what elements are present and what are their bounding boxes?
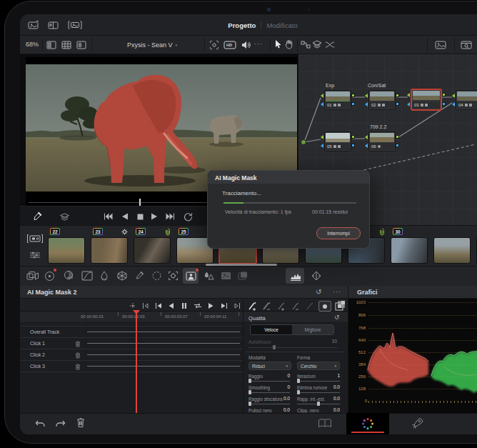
slider-elimina-rumore[interactable]	[297, 392, 340, 393]
key-icon[interactable]	[220, 270, 233, 282]
cut-page-icon[interactable]	[317, 417, 333, 429]
node-05[interactable]: 05	[324, 131, 351, 151]
curves-icon[interactable]	[81, 270, 94, 282]
color-page-active-tab[interactable]	[346, 413, 389, 434]
track-name[interactable]: Click 2	[30, 352, 45, 357]
scopes-histogram-icon[interactable]	[289, 271, 302, 282]
node-04[interactable]: 04	[456, 90, 477, 110]
autotouch-slider[interactable]	[248, 347, 337, 348]
next-keyframe-icon[interactable]	[233, 302, 241, 309]
stop-icon[interactable]	[136, 212, 144, 221]
slider-rapporto-int-est[interactable]	[297, 404, 340, 404]
lightbox-icon[interactable]	[67, 20, 83, 30]
mask-playhead-line[interactable]	[136, 312, 137, 413]
eraser-tool-icon[interactable]	[304, 300, 315, 311]
slider-raggio[interactable]	[248, 381, 290, 382]
stroke-add-tool-icon-active[interactable]	[247, 300, 258, 311]
inspector-search-icon[interactable]	[460, 40, 473, 50]
play-reverse-icon[interactable]	[121, 212, 129, 221]
clips-filmstrip-icon[interactable]	[26, 233, 44, 244]
pointer-cursor-icon[interactable]	[273, 39, 283, 50]
color-wheels-icon[interactable]	[43, 270, 56, 282]
track-bar[interactable]	[87, 366, 240, 367]
gallery-stills-icon[interactable]	[434, 40, 447, 50]
refine-subtract-tool-icon[interactable]	[290, 300, 301, 311]
loop-icon[interactable]	[183, 211, 194, 221]
quick-export-rocket-icon[interactable]	[411, 417, 424, 430]
refine-add-tool-icon[interactable]	[276, 300, 286, 311]
grab-still-icon[interactable]	[27, 20, 40, 30]
node-link-icon[interactable]	[300, 40, 311, 49]
go-last-frame-icon[interactable]	[220, 302, 228, 309]
trash-icon[interactable]	[76, 417, 86, 429]
track-bar[interactable]	[87, 332, 240, 332]
node-06[interactable]: 06	[368, 131, 396, 151]
loop-playback-icon[interactable]	[193, 302, 202, 309]
viewer-scrub-playhead[interactable]	[139, 199, 141, 206]
clip-title-dropdown[interactable]: Pxysis - Sean V ▾	[106, 40, 199, 50]
slider-iterazioni[interactable]	[297, 381, 340, 382]
layout-single-icon[interactable]	[46, 40, 57, 50]
timeline-clip[interactable]: 30	[391, 225, 427, 266]
play-icon[interactable]	[150, 212, 159, 221]
reset-icon[interactable]: ↺	[316, 288, 321, 296]
skip-end-icon[interactable]	[165, 212, 175, 221]
power-window-icon[interactable]	[151, 270, 163, 282]
slider-raggio-sfocatura[interactable]	[248, 404, 290, 404]
layout-grid-icon[interactable]	[61, 40, 72, 50]
quality-fast-button[interactable]: Veloce	[251, 325, 292, 334]
tracker-icon[interactable]	[167, 270, 179, 282]
step-back-icon[interactable]	[167, 302, 175, 309]
mode-dropdown[interactable]: Riduci▾	[248, 362, 291, 370]
qualifier-droplet-icon[interactable]	[99, 270, 110, 282]
shape-dropdown[interactable]: Cerchio▾	[297, 362, 340, 370]
mixer-crossing-icon[interactable]	[324, 40, 336, 49]
slider-smoothing[interactable]	[248, 392, 290, 393]
audio-speaker-icon[interactable]	[240, 39, 251, 51]
node-02[interactable]: 02	[368, 90, 396, 110]
mask-overlay-toggle[interactable]	[318, 301, 331, 312]
undo-icon[interactable]	[34, 418, 46, 429]
track-bar[interactable]	[87, 354, 240, 355]
track-bar[interactable]	[87, 343, 240, 344]
pause-icon[interactable]	[180, 302, 188, 309]
panel-options-icon[interactable]: ···	[333, 288, 341, 295]
qualifier-eyedropper-icon[interactable]	[134, 269, 145, 282]
quality-reset-icon[interactable]: ↺	[334, 314, 340, 321]
magic-mask-icon[interactable]	[185, 271, 197, 282]
timeline-mixer-icon[interactable]	[29, 250, 41, 260]
scratch-patch-icon[interactable]	[236, 270, 249, 282]
stroke-subtract-tool-icon[interactable]	[261, 300, 272, 311]
more-options-icon[interactable]: ···	[254, 40, 263, 47]
skip-start-icon[interactable]	[103, 212, 113, 221]
node-01[interactable]: 01	[324, 90, 351, 110]
hdr-wheels-icon[interactable]: HDR	[61, 269, 75, 282]
track-name[interactable]: Click 1	[30, 341, 45, 346]
bypass-grades-icon[interactable]	[209, 39, 220, 51]
timeline-clip[interactable]	[434, 225, 470, 266]
zoom-level[interactable]: 68%	[26, 41, 39, 48]
project-label[interactable]: Progetto	[228, 21, 256, 29]
node-03-selected[interactable]: 03	[411, 89, 441, 110]
wipe-layers-icon[interactable]	[59, 212, 71, 221]
track-name[interactable]: Overall Track	[30, 329, 59, 334]
hand-tool-icon[interactable]	[284, 39, 294, 50]
split-compare-icon[interactable]	[47, 20, 60, 30]
layers-icon[interactable]	[311, 39, 323, 50]
mask-playhead-marker[interactable]	[133, 310, 140, 314]
proxy-hd-icon[interactable]: HD	[223, 39, 237, 51]
delete-track-icon[interactable]	[74, 352, 81, 359]
matte-checker-icon[interactable]	[334, 299, 346, 311]
delete-track-icon[interactable]	[74, 340, 81, 347]
layout-split-icon[interactable]	[76, 40, 87, 50]
timeline-clip[interactable]: 22	[49, 225, 84, 266]
quality-better-button[interactable]: Migliore	[292, 325, 333, 334]
redo-icon[interactable]	[54, 418, 66, 429]
play-forward-icon[interactable]	[207, 302, 215, 309]
camera-raw-icon[interactable]	[26, 270, 40, 282]
track-name[interactable]: Click 3	[30, 364, 45, 369]
add-track-point-icon[interactable]	[129, 302, 136, 309]
split-view-diamond-icon[interactable]	[310, 270, 323, 282]
eyedropper-icon[interactable]	[31, 211, 43, 222]
delete-track-icon[interactable]	[74, 363, 81, 370]
